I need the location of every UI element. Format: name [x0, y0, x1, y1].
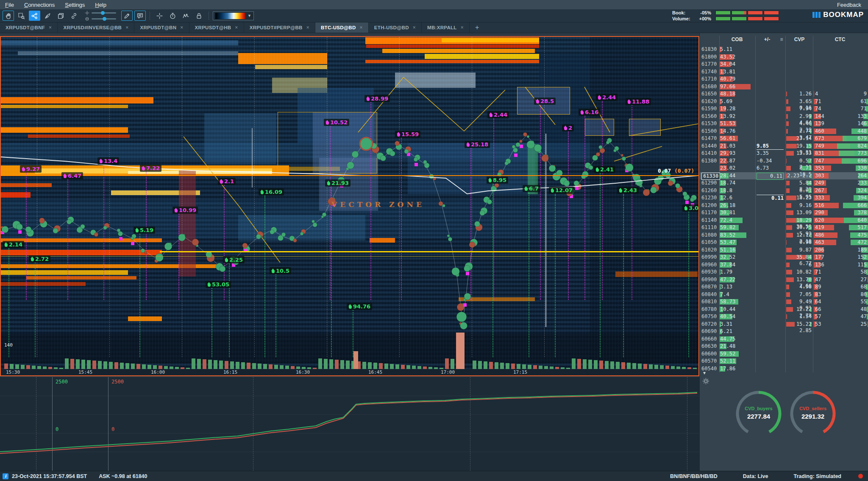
dom-row[interactable]: 6096037.846136115 [700, 261, 868, 269]
close-icon[interactable]: × [360, 25, 363, 31]
dom-row[interactable]: 6129018.745.84 8.39249233 [700, 179, 868, 187]
price-cell: 61020 [701, 247, 717, 253]
drawing-zone-box[interactable] [585, 119, 614, 136]
menu-file[interactable]: File [0, 2, 19, 8]
close-icon[interactable]: × [413, 25, 416, 31]
volume-pulse-icon[interactable] [180, 11, 192, 21]
dom-row[interactable]: 608703.134.988968 [700, 283, 868, 291]
link-icon[interactable] [68, 11, 80, 21]
col-header-cvp[interactable]: CVP [786, 36, 812, 42]
close-icon[interactable]: × [49, 25, 52, 31]
dom-row[interactable]: 6141029.933.3513.53831773 [700, 150, 868, 157]
dom-row-current[interactable]: 6133028.440.112.23 2.2303264 [700, 172, 868, 180]
dom-row[interactable]: 6066044.75 [700, 336, 868, 343]
tab-btc-usd-bd[interactable]: BTC-USD@BD× [315, 22, 369, 33]
tab-xrpusdt-hb[interactable]: XRPUSDT@HB× [189, 22, 244, 33]
tab-xrpusdt-bn[interactable]: XRPUSDT@BN× [134, 22, 189, 33]
dom-row[interactable]: 6147056.6123.14673679 [700, 135, 868, 143]
dom-row[interactable]: 6144021.039.8519.15 9.31749824 [700, 143, 868, 150]
close-icon[interactable]: × [180, 25, 183, 31]
dom-row[interactable]: 6090047.2213.70 7.664727 [700, 276, 868, 284]
duplicate-icon[interactable] [55, 11, 67, 21]
dom-row[interactable]: 618305.11 [700, 46, 868, 53]
cvd-subchart[interactable]: 2500025000 [0, 377, 699, 471]
contrast-slider[interactable] [92, 18, 116, 20]
chevron-down-icon[interactable]: ▾ [703, 370, 706, 376]
crosshair-icon[interactable] [154, 11, 165, 21]
dom-row[interactable]: 609301.7910.827158 [700, 268, 868, 276]
tab-mb-xrpall[interactable]: MB:XRPALL× [422, 22, 470, 33]
tab-eth-usd-bd[interactable]: ETH-USD@BD× [369, 22, 422, 33]
dom-row[interactable]: 6114072.418.29 30.51620640 [700, 217, 868, 224]
dom-row[interactable]: 6153051.534.46 2.19139146 [700, 120, 868, 128]
pan-hand-icon[interactable] [3, 11, 14, 21]
tab-xrpusdt-perp-bb[interactable]: XRPUSDT#PERP@BB× [244, 22, 315, 33]
share-nodes-icon[interactable] [29, 11, 40, 21]
tab-xrpusdt-bnf[interactable]: XRPUSDT@BNF× [0, 22, 58, 33]
stopwatch-icon[interactable] [167, 11, 178, 21]
dom-row[interactable]: 6165048.181.2649 [700, 90, 868, 98]
dom-row[interactable]: 6150014.762.74 3.47460448 [700, 128, 868, 135]
dom-row[interactable]: 23.026.738.71 18.5353330 [700, 165, 868, 172]
close-icon[interactable]: × [461, 25, 464, 31]
colormap-select[interactable]: ▼ [213, 11, 254, 20]
feedback-link[interactable]: Feedback [830, 2, 868, 8]
marquee-zoom-icon[interactable] [16, 11, 27, 21]
lock-icon[interactable] [193, 11, 205, 21]
alert-line-thick[interactable] [160, 251, 698, 252]
note-bubble-icon[interactable] [134, 11, 146, 21]
drawing-zone-box[interactable] [629, 119, 661, 136]
dom-row[interactable]: 6138022.87-0.340.57 7.18747696 [700, 157, 868, 165]
col-header-plusminus[interactable]: +/- [757, 36, 778, 42]
add-tab-button[interactable]: + [470, 22, 484, 33]
dom-row[interactable]: 6156013.922.99 4.64144133 [700, 113, 868, 120]
dom-row[interactable]: 6105053.470.98463472 [700, 239, 868, 246]
dom-row[interactable]: 6174013.81 [700, 68, 868, 76]
dom-row[interactable]: 616205.693.65 0.167161 [700, 98, 868, 106]
gear-icon[interactable] [702, 378, 709, 386]
heatmap-chart[interactable]: 9.2713.46.477.222.110.5228.9915.5910.992… [0, 36, 699, 376]
dom-row[interactable]: 6075040.541.545747 [700, 313, 868, 321]
dom-row[interactable]: 6078010.4412.22 2.786648 [700, 306, 868, 313]
close-icon[interactable]: × [125, 25, 128, 31]
dom-row[interactable]: 6126018.86.01 5.95267324 [700, 187, 868, 195]
dom-row[interactable]: 6099032.5235.84 6.77177152 [700, 254, 868, 261]
dom-row[interactable]: 6171040.79 [700, 76, 868, 83]
dom-row[interactable]: 607203.3115.22 2.855325 [700, 321, 868, 328]
close-icon[interactable]: × [235, 25, 238, 31]
dom-row[interactable]: 6159019.287.947471 [700, 105, 868, 113]
col-header-ctc[interactable]: CTC [813, 36, 867, 42]
dom-row[interactable]: 6054017.86 [700, 365, 868, 373]
dom-row[interactable]: 6111059.8210.75 5.92419517 [700, 224, 868, 232]
pencil-icon[interactable] [121, 11, 133, 21]
dom-row[interactable]: 6168097.66 [700, 83, 868, 91]
dom-row[interactable]: 6108083.5212.12 2.18486475 [700, 232, 868, 239]
info-icon[interactable]: i [3, 473, 8, 479]
sort-icon[interactable]: ≡ [779, 36, 785, 42]
close-icon[interactable]: × [306, 25, 309, 31]
heatmap-sliders[interactable] [85, 11, 116, 21]
iceberg-icon [348, 304, 352, 309]
dom-row[interactable]: 6123012.60.1118.23333394 [700, 194, 868, 202]
dom-row[interactable]: 6102051.169.87206189 [700, 246, 868, 254]
dom-ladder[interactable]: 618305.116180043.526177034.046174013.816… [700, 46, 868, 372]
quill-icon[interactable] [42, 11, 53, 21]
col-header-cob[interactable]: COB [719, 36, 755, 42]
dom-row[interactable]: 6180043.52 [700, 53, 868, 61]
dom-row[interactable]: 6117030.8113.09290378 [700, 209, 868, 217]
tab-xrpusd-inverse-bb[interactable]: XRPUSD#INVERSE@BB× [58, 22, 134, 33]
dom-row[interactable]: 6120026.189.16516666 [700, 202, 868, 210]
brightness-slider[interactable] [92, 12, 116, 14]
dom-row[interactable]: 6063021.48 [700, 343, 868, 350]
alert-line-thin[interactable] [1, 256, 698, 257]
dom-row[interactable]: 6081058.739.49 0.916455 [700, 298, 868, 306]
colormap-gradient-icon [215, 13, 246, 19]
menu-help[interactable]: Help [90, 2, 111, 8]
menu-connections[interactable]: Connections [19, 2, 60, 8]
dom-row[interactable]: 6057052.11 [700, 358, 868, 365]
dom-row[interactable]: 608407.47.058380 [700, 291, 868, 299]
menu-settings[interactable]: Settings [60, 2, 90, 8]
dom-row[interactable]: 606906.21 [700, 328, 868, 336]
dom-row[interactable]: 6060059.52 [700, 350, 868, 358]
dom-row[interactable]: 6177034.04 [700, 61, 868, 68]
